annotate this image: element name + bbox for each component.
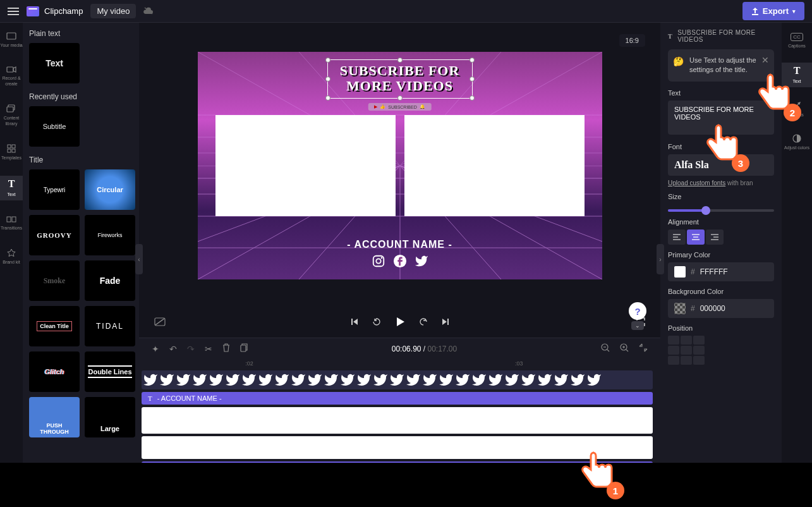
effects-icon bbox=[792, 101, 801, 110]
right-effects[interactable]: Effects bbox=[782, 99, 812, 120]
subscribed-badge: ▶👍SUBSCRIBED🔔 bbox=[368, 103, 432, 111]
nav-rail: Your media Record & create Content libra… bbox=[0, 23, 23, 507]
title-thumb-smoke[interactable]: Smoke bbox=[29, 260, 80, 301]
track-video-1[interactable] bbox=[142, 407, 653, 434]
skip-end-button[interactable] bbox=[441, 317, 450, 329]
rewind-button[interactable] bbox=[372, 317, 382, 329]
pos-br[interactable] bbox=[693, 356, 705, 365]
video-placeholder-right[interactable] bbox=[404, 115, 585, 216]
preview-account-name[interactable]: - ACCOUNT NAME - bbox=[347, 239, 452, 250]
nav-your-media[interactable]: Your media bbox=[0, 29, 23, 51]
preview-canvas[interactable]: SUBSCRIBE FORMORE VIDEOS ▶👍SUBSCRIBED🔔 -… bbox=[198, 52, 602, 279]
forward-button[interactable] bbox=[418, 317, 428, 329]
pos-mc[interactable] bbox=[681, 346, 692, 355]
nav-content-library[interactable]: Content library bbox=[0, 102, 23, 129]
plain-text-thumb[interactable]: Text bbox=[29, 43, 80, 83]
title-thumb-glitch[interactable]: Glitch bbox=[29, 351, 80, 392]
position-grid bbox=[668, 336, 774, 365]
title-thumb-typewriter[interactable]: Typewri bbox=[29, 169, 80, 210]
title-thumb-fireworks[interactable]: Fireworks bbox=[85, 215, 135, 255]
zoom-out-button[interactable] bbox=[601, 343, 610, 354]
track-account-name[interactable]: T- ACCOUNT NAME - bbox=[142, 392, 653, 405]
split-button[interactable]: ✂ bbox=[205, 344, 212, 354]
primary-color-picker[interactable]: #FFFFFF bbox=[668, 262, 774, 281]
svg-rect-9 bbox=[7, 217, 11, 222]
nav-templates[interactable]: Templates bbox=[0, 142, 23, 163]
app-logo[interactable]: Clipchamp bbox=[27, 6, 83, 16]
redo-button[interactable]: ↷ bbox=[187, 344, 195, 354]
skip-start-button[interactable] bbox=[350, 317, 359, 329]
svg-line-35 bbox=[155, 319, 164, 325]
background-color-picker[interactable]: #000000 bbox=[668, 299, 774, 318]
title-thumb-double-lines[interactable]: Double Lines bbox=[85, 351, 135, 392]
pos-bl[interactable] bbox=[668, 356, 679, 365]
svg-rect-10 bbox=[12, 217, 16, 222]
nav-text[interactable]: T Text bbox=[0, 176, 23, 200]
pos-tc[interactable] bbox=[681, 336, 692, 345]
zoom-in-button[interactable] bbox=[620, 343, 629, 354]
title-thumb-groovy[interactable]: GROOVY bbox=[29, 215, 80, 255]
pos-ml[interactable] bbox=[668, 346, 679, 355]
recent-subtitle-thumb[interactable]: Subtitle bbox=[29, 106, 80, 147]
adjust-icon bbox=[792, 134, 801, 143]
pos-bc[interactable] bbox=[681, 356, 692, 365]
export-button[interactable]: Export ▾ bbox=[742, 2, 804, 20]
timeline-toolbar: ✦ ↶ ↷ ✂ 00:06.90 / 00:17.00 bbox=[139, 338, 660, 359]
title-thumb-push-through[interactable]: PUSH THROUGH bbox=[29, 397, 80, 437]
title-thumb-clean-title[interactable]: Clean Title bbox=[29, 306, 80, 346]
text-input[interactable] bbox=[668, 101, 774, 135]
align-right-button[interactable] bbox=[706, 229, 724, 245]
title-thumb-tidal[interactable]: TIDAL bbox=[85, 306, 135, 346]
pos-tr[interactable] bbox=[693, 336, 705, 345]
delete-button[interactable] bbox=[222, 343, 230, 354]
align-center-button[interactable] bbox=[687, 229, 705, 245]
hamburger-menu[interactable] bbox=[8, 8, 19, 15]
right-captions[interactable]: CC Captions bbox=[782, 30, 812, 51]
right-adjust-colors[interactable]: Adjust colors bbox=[782, 131, 812, 153]
right-rail: CC Captions T Text Effects Adjust colors bbox=[782, 23, 812, 507]
brand-icon bbox=[7, 248, 16, 257]
play-button[interactable] bbox=[394, 316, 406, 330]
time-ruler[interactable]: :02 :03 bbox=[142, 359, 660, 370]
collapse-props-panel[interactable]: › bbox=[657, 244, 664, 274]
undo-button[interactable]: ↶ bbox=[169, 344, 177, 354]
captions-icon: CC bbox=[791, 33, 803, 41]
pos-tl[interactable] bbox=[668, 336, 679, 345]
close-tip-button[interactable]: ✕ bbox=[761, 54, 769, 67]
recent-heading: Recently used bbox=[29, 92, 133, 101]
aspect-ratio-badge[interactable]: 16:9 bbox=[619, 34, 645, 47]
size-slider[interactable] bbox=[668, 209, 774, 212]
preview-title-text[interactable]: SUBSCRIBE FORMORE VIDEOS bbox=[340, 63, 460, 94]
align-left-button[interactable] bbox=[668, 229, 686, 245]
help-button[interactable]: ? bbox=[629, 302, 646, 320]
twitter-icon bbox=[415, 254, 428, 268]
help-expand[interactable]: ⌄ bbox=[631, 321, 644, 330]
duplicate-button[interactable] bbox=[240, 343, 248, 354]
upload-fonts-link[interactable]: Upload custom fonts with bran bbox=[668, 180, 774, 186]
social-icons bbox=[372, 254, 428, 268]
title-thumb-circular[interactable]: Circular bbox=[85, 169, 135, 210]
track-twitter[interactable] bbox=[142, 370, 653, 389]
font-select[interactable]: Alfa Sla bbox=[668, 154, 774, 176]
facebook-icon bbox=[393, 254, 407, 268]
title-thumb-large[interactable]: Large bbox=[85, 397, 135, 437]
track-video-2[interactable] bbox=[142, 436, 653, 459]
project-name[interactable]: My video bbox=[90, 4, 136, 18]
instagram-icon bbox=[372, 254, 385, 268]
nav-brand-kit[interactable]: Brand kit bbox=[0, 246, 23, 267]
right-text[interactable]: T Text bbox=[782, 63, 812, 87]
font-label: Font bbox=[668, 143, 774, 150]
pos-mr[interactable] bbox=[693, 346, 705, 355]
video-placeholder-left[interactable] bbox=[215, 115, 396, 216]
title-thumb-fade[interactable]: Fade bbox=[85, 260, 135, 301]
app-name: Clipchamp bbox=[44, 6, 83, 16]
fit-timeline-button[interactable] bbox=[639, 343, 648, 354]
ai-button[interactable]: ✦ bbox=[152, 344, 159, 354]
sync-status-icon bbox=[143, 6, 154, 16]
preview-area: 16:9 bbox=[139, 23, 660, 308]
slider-thumb[interactable] bbox=[701, 206, 710, 215]
hide-safe-zone-button[interactable] bbox=[154, 317, 166, 329]
nav-transitions[interactable]: Transitions bbox=[0, 213, 23, 233]
nav-record-create[interactable]: Record & create bbox=[0, 63, 23, 89]
properties-panel: T SUBSCRIBE FOR MORE VIDEOS 🤔 Use Text t… bbox=[660, 23, 782, 507]
